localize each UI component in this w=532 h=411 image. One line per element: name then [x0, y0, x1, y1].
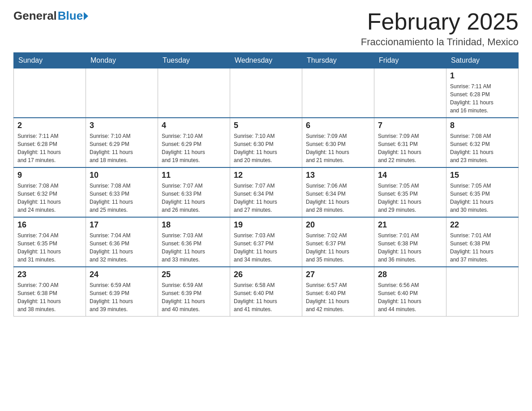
month-title: February 2025 — [361, 9, 519, 34]
day-info: Sunrise: 6:57 AM Sunset: 6:40 PM Dayligh… — [306, 281, 370, 313]
day-number: 27 — [306, 270, 370, 279]
calendar-day-cell — [14, 68, 86, 118]
days-of-week-row: SundayMondayTuesdayWednesdayThursdayFrid… — [14, 53, 519, 68]
calendar-day-cell: 3Sunrise: 7:10 AM Sunset: 6:29 PM Daylig… — [86, 118, 158, 167]
calendar-table: SundayMondayTuesdayWednesdayThursdayFrid… — [13, 52, 519, 317]
day-number: 6 — [306, 121, 370, 130]
calendar-day-cell — [374, 68, 446, 118]
week-row: 16Sunrise: 7:04 AM Sunset: 6:35 PM Dayli… — [14, 217, 519, 267]
calendar-day-cell — [86, 68, 158, 118]
day-number: 8 — [450, 121, 515, 130]
day-info: Sunrise: 7:00 AM Sunset: 6:38 PM Dayligh… — [17, 281, 82, 313]
day-info: Sunrise: 7:04 AM Sunset: 6:36 PM Dayligh… — [90, 231, 154, 264]
location-subtitle: Fraccionamiento la Trinidad, Mexico — [361, 36, 519, 48]
day-info: Sunrise: 7:08 AM Sunset: 6:32 PM Dayligh… — [17, 182, 82, 214]
calendar-body: 1Sunrise: 7:11 AM Sunset: 6:28 PM Daylig… — [14, 68, 519, 317]
calendar-day-cell: 13Sunrise: 7:06 AM Sunset: 6:34 PM Dayli… — [302, 167, 374, 217]
day-info: Sunrise: 7:07 AM Sunset: 6:33 PM Dayligh… — [162, 182, 226, 214]
day-number: 9 — [17, 171, 82, 180]
day-info: Sunrise: 7:04 AM Sunset: 6:35 PM Dayligh… — [17, 231, 82, 264]
day-of-week-header: Thursday — [302, 53, 374, 68]
logo-triangle-icon — [84, 12, 88, 20]
day-number: 17 — [90, 220, 154, 230]
day-number: 2 — [17, 121, 82, 130]
calendar-day-cell: 11Sunrise: 7:07 AM Sunset: 6:33 PM Dayli… — [158, 167, 230, 217]
day-number: 21 — [378, 220, 442, 230]
calendar-day-cell: 1Sunrise: 7:11 AM Sunset: 6:28 PM Daylig… — [446, 68, 519, 118]
calendar-day-cell: 6Sunrise: 7:09 AM Sunset: 6:30 PM Daylig… — [302, 118, 374, 167]
day-number: 19 — [234, 220, 298, 230]
calendar-day-cell: 8Sunrise: 7:08 AM Sunset: 6:32 PM Daylig… — [446, 118, 519, 167]
day-info: Sunrise: 7:10 AM Sunset: 6:29 PM Dayligh… — [162, 132, 226, 164]
day-number: 20 — [306, 220, 370, 230]
week-row: 2Sunrise: 7:11 AM Sunset: 6:28 PM Daylig… — [14, 118, 519, 167]
day-info: Sunrise: 6:56 AM Sunset: 6:40 PM Dayligh… — [378, 281, 442, 313]
calendar-day-cell: 23Sunrise: 7:00 AM Sunset: 6:38 PM Dayli… — [14, 267, 86, 317]
day-of-week-header: Tuesday — [158, 53, 230, 68]
day-info: Sunrise: 7:10 AM Sunset: 6:29 PM Dayligh… — [90, 132, 154, 164]
day-info: Sunrise: 7:05 AM Sunset: 6:35 PM Dayligh… — [378, 182, 442, 214]
week-row: 23Sunrise: 7:00 AM Sunset: 6:38 PM Dayli… — [14, 267, 519, 317]
day-info: Sunrise: 7:06 AM Sunset: 6:34 PM Dayligh… — [306, 182, 370, 214]
calendar-day-cell: 12Sunrise: 7:07 AM Sunset: 6:34 PM Dayli… — [230, 167, 302, 217]
day-info: Sunrise: 7:09 AM Sunset: 6:31 PM Dayligh… — [378, 132, 442, 164]
day-number: 15 — [450, 171, 515, 180]
day-number: 3 — [90, 121, 154, 130]
calendar-day-cell: 25Sunrise: 6:59 AM Sunset: 6:39 PM Dayli… — [158, 267, 230, 317]
day-number: 1 — [450, 71, 515, 81]
day-number: 10 — [90, 171, 154, 180]
day-of-week-header: Monday — [86, 53, 158, 68]
logo-blue-text: Blue — [58, 9, 83, 23]
day-number: 22 — [450, 220, 515, 230]
day-number: 24 — [90, 270, 154, 279]
logo: General Blue — [13, 9, 88, 23]
day-info: Sunrise: 7:05 AM Sunset: 6:35 PM Dayligh… — [450, 182, 515, 214]
logo-area: General Blue — [13, 9, 88, 23]
logo-blue-container: Blue — [58, 9, 88, 23]
calendar-day-cell: 9Sunrise: 7:08 AM Sunset: 6:32 PM Daylig… — [14, 167, 86, 217]
day-info: Sunrise: 7:11 AM Sunset: 6:28 PM Dayligh… — [450, 82, 515, 115]
calendar-day-cell: 4Sunrise: 7:10 AM Sunset: 6:29 PM Daylig… — [158, 118, 230, 167]
day-number: 5 — [234, 121, 298, 130]
day-number: 11 — [162, 171, 226, 180]
calendar-day-cell: 14Sunrise: 7:05 AM Sunset: 6:35 PM Dayli… — [374, 167, 446, 217]
calendar-day-cell: 16Sunrise: 7:04 AM Sunset: 6:35 PM Dayli… — [14, 217, 86, 267]
day-info: Sunrise: 7:09 AM Sunset: 6:30 PM Dayligh… — [306, 132, 370, 164]
day-info: Sunrise: 6:59 AM Sunset: 6:39 PM Dayligh… — [90, 281, 154, 313]
day-of-week-header: Friday — [374, 53, 446, 68]
day-info: Sunrise: 7:03 AM Sunset: 6:37 PM Dayligh… — [234, 231, 298, 264]
day-number: 13 — [306, 171, 370, 180]
day-number: 14 — [378, 171, 442, 180]
calendar-day-cell: 17Sunrise: 7:04 AM Sunset: 6:36 PM Dayli… — [86, 217, 158, 267]
calendar-day-cell: 18Sunrise: 7:03 AM Sunset: 6:36 PM Dayli… — [158, 217, 230, 267]
day-info: Sunrise: 7:01 AM Sunset: 6:38 PM Dayligh… — [450, 231, 515, 264]
calendar-day-cell: 24Sunrise: 6:59 AM Sunset: 6:39 PM Dayli… — [86, 267, 158, 317]
page-header: General Blue February 2025 Fraccionamien… — [13, 9, 519, 48]
day-of-week-header: Wednesday — [230, 53, 302, 68]
day-number: 7 — [378, 121, 442, 130]
day-of-week-header: Saturday — [446, 53, 519, 68]
day-number: 23 — [17, 270, 82, 279]
calendar-day-cell: 2Sunrise: 7:11 AM Sunset: 6:28 PM Daylig… — [14, 118, 86, 167]
calendar-day-cell: 20Sunrise: 7:02 AM Sunset: 6:37 PM Dayli… — [302, 217, 374, 267]
calendar-day-cell: 22Sunrise: 7:01 AM Sunset: 6:38 PM Dayli… — [446, 217, 519, 267]
calendar-day-cell — [230, 68, 302, 118]
calendar-day-cell: 10Sunrise: 7:08 AM Sunset: 6:33 PM Dayli… — [86, 167, 158, 217]
day-info: Sunrise: 7:10 AM Sunset: 6:30 PM Dayligh… — [234, 132, 298, 164]
calendar-day-cell: 21Sunrise: 7:01 AM Sunset: 6:38 PM Dayli… — [374, 217, 446, 267]
calendar-day-cell: 7Sunrise: 7:09 AM Sunset: 6:31 PM Daylig… — [374, 118, 446, 167]
day-number: 18 — [162, 220, 226, 230]
calendar-day-cell — [158, 68, 230, 118]
day-info: Sunrise: 6:59 AM Sunset: 6:39 PM Dayligh… — [162, 281, 226, 313]
day-number: 4 — [162, 121, 226, 130]
day-info: Sunrise: 7:08 AM Sunset: 6:33 PM Dayligh… — [90, 182, 154, 214]
logo-general-text: General — [13, 9, 57, 23]
calendar-day-cell: 19Sunrise: 7:03 AM Sunset: 6:37 PM Dayli… — [230, 217, 302, 267]
calendar-day-cell — [446, 267, 519, 317]
day-info: Sunrise: 7:01 AM Sunset: 6:38 PM Dayligh… — [378, 231, 442, 264]
day-of-week-header: Sunday — [14, 53, 86, 68]
day-info: Sunrise: 7:07 AM Sunset: 6:34 PM Dayligh… — [234, 182, 298, 214]
day-info: Sunrise: 7:02 AM Sunset: 6:37 PM Dayligh… — [306, 231, 370, 264]
day-number: 28 — [378, 270, 442, 279]
day-number: 26 — [234, 270, 298, 279]
